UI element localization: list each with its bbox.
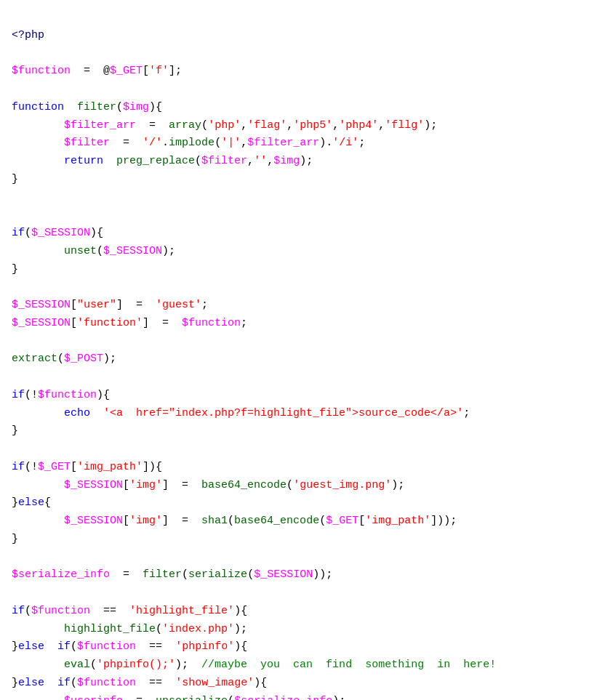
code-display: <?php $function = @$_GET['f']; function … [12, 9, 601, 700]
